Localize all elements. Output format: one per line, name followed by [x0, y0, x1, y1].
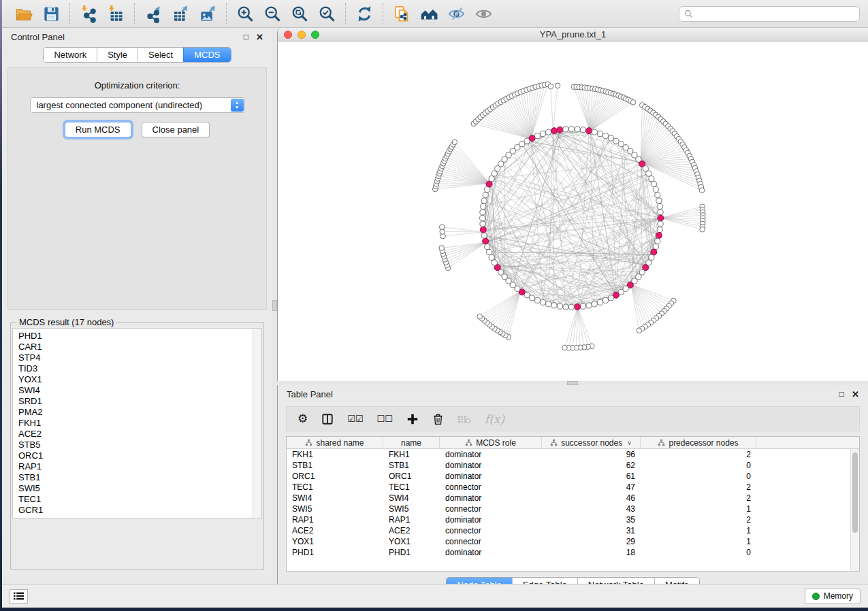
- open-file-button[interactable]: [10, 3, 37, 24]
- table-row[interactable]: STB1STB1dominator620: [287, 460, 859, 471]
- minimize-window-icon[interactable]: [298, 31, 306, 39]
- scrollbar-thumb[interactable]: [852, 452, 858, 533]
- network-window-titlebar[interactable]: YPA_prune.txt_1: [278, 28, 868, 42]
- mcds-result-item[interactable]: ORC1: [18, 450, 256, 461]
- mcds-result-item[interactable]: GCR1: [18, 505, 256, 516]
- mcds-result-list[interactable]: PHD1CAR1STP4TID3YOX1SWI4SRD1PMA2FKH1ACE2…: [12, 328, 262, 518]
- select-all-checkboxes-icon[interactable]: ☑☑: [347, 414, 363, 424]
- mcds-result-item[interactable]: TID3: [18, 363, 256, 374]
- list-icon: [14, 592, 24, 600]
- hide-selected-button[interactable]: [443, 3, 470, 24]
- cell-predecessor-nodes: 2: [641, 450, 756, 459]
- zoom-selected-button[interactable]: [313, 3, 340, 24]
- mcds-result-item[interactable]: SWI5: [18, 483, 256, 494]
- table-row[interactable]: SWI5SWI5connector431: [287, 503, 859, 514]
- table-row[interactable]: ACE2ACE2connector311: [287, 525, 859, 536]
- mcds-result-item[interactable]: CAR1: [18, 342, 256, 352]
- column-view-icon[interactable]: [321, 413, 334, 425]
- tab-style[interactable]: Style: [97, 48, 138, 62]
- function-builder-icon: f(x): [485, 412, 504, 426]
- show-all-button[interactable]: [470, 3, 497, 24]
- add-column-icon[interactable]: [406, 413, 419, 425]
- mcds-result-item[interactable]: STB1: [18, 472, 256, 483]
- mcds-result-item[interactable]: STP4: [18, 352, 256, 363]
- mcds-result-item[interactable]: FKH1: [18, 418, 256, 429]
- cell-shared-name: SWI5: [287, 504, 383, 514]
- network-canvas[interactable]: [278, 42, 868, 381]
- close-window-icon[interactable]: [284, 31, 292, 39]
- task-history-button[interactable]: [10, 589, 28, 604]
- vertical-splitter[interactable]: [272, 28, 277, 584]
- close-panel-icon[interactable]: ✕: [852, 390, 859, 399]
- first-neighbors-button[interactable]: [415, 3, 443, 24]
- delete-columns-icon[interactable]: [432, 413, 444, 425]
- tab-mcds[interactable]: MCDS: [183, 48, 230, 62]
- cell-predecessor-nodes: 2: [641, 515, 756, 525]
- eye-slash-icon: [447, 5, 466, 23]
- export-table-button[interactable]: [167, 3, 194, 24]
- table-row[interactable]: ORC1ORC1dominator610: [287, 471, 859, 482]
- table-row[interactable]: PHD1PHD1dominator180: [287, 547, 859, 558]
- table-row[interactable]: TEC1TEC1connector472: [287, 482, 859, 493]
- mcds-result-item[interactable]: YOX1: [18, 374, 256, 385]
- column-header-predecessor-nodes[interactable]: predecessor nodes: [641, 437, 756, 448]
- mcds-result-item[interactable]: RAP1: [18, 461, 256, 472]
- zoom-in-button[interactable]: [231, 3, 259, 24]
- refresh-view-button[interactable]: [351, 3, 378, 24]
- maximize-window-icon[interactable]: [311, 31, 319, 39]
- table-row[interactable]: SWI4SWI4dominator462: [287, 493, 859, 503]
- toolbar-separator: [69, 3, 70, 24]
- open-folder-icon: [15, 5, 33, 23]
- memory-button[interactable]: Memory: [805, 589, 861, 604]
- export-network-button[interactable]: [140, 3, 167, 24]
- clone-network-button[interactable]: [388, 3, 415, 24]
- table-row[interactable]: YOX1YOX1connector291: [287, 536, 859, 547]
- save-session-button[interactable]: [37, 3, 65, 24]
- mcds-result-item[interactable]: PHD1: [18, 331, 256, 342]
- column-header-MCDS-role[interactable]: MCDS role: [440, 437, 542, 448]
- import-network-button[interactable]: [75, 3, 102, 24]
- zoom-out-button[interactable]: [259, 3, 286, 24]
- mcds-result-item[interactable]: STB5: [18, 440, 256, 450]
- node-table: shared namenameMCDS rolesuccessor nodes∨…: [286, 436, 860, 572]
- float-panel-icon[interactable]: □: [244, 33, 248, 41]
- import-table-button[interactable]: [102, 3, 129, 24]
- mcds-result-item[interactable]: ACE2: [18, 429, 256, 440]
- export-image-button[interactable]: [194, 3, 221, 24]
- table-row[interactable]: RAP1RAP1dominator352: [287, 514, 859, 525]
- delete-table-icon: [457, 414, 471, 425]
- cell-MCDS-role: dominator: [440, 548, 542, 557]
- float-panel-icon[interactable]: □: [839, 390, 844, 398]
- sitemap-icon: [305, 439, 312, 446]
- mcds-result-item[interactable]: PMA2: [18, 407, 256, 418]
- cell-successor-nodes: 29: [542, 537, 641, 546]
- mcds-result-item[interactable]: TEC1: [18, 494, 256, 505]
- column-header-shared-name[interactable]: shared name: [287, 437, 383, 448]
- tab-select[interactable]: Select: [138, 48, 183, 62]
- cell-successor-nodes: 62: [542, 461, 641, 470]
- table-scrollbar[interactable]: [850, 449, 859, 571]
- mcds-result-item[interactable]: SRD1: [18, 396, 256, 407]
- sort-descending-icon[interactable]: ∨: [627, 440, 632, 446]
- cell-predecessor-nodes: 0: [641, 548, 756, 557]
- deselect-all-checkboxes-icon[interactable]: ☐☐: [377, 414, 393, 424]
- column-header-label: name: [401, 438, 421, 448]
- table-row[interactable]: FKH1FKH1dominator962: [287, 449, 859, 460]
- run-mcds-button[interactable]: Run MCDS: [65, 122, 131, 137]
- search-input[interactable]: [696, 9, 854, 18]
- toolbar-separator: [134, 3, 135, 24]
- column-header-name[interactable]: name: [383, 437, 440, 448]
- mcds-result-item[interactable]: SWI4: [18, 385, 256, 396]
- close-panel-icon[interactable]: ✕: [256, 33, 263, 42]
- cell-shared-name: FKH1: [287, 450, 383, 459]
- criterion-select[interactable]: largest connected component (undirected)…: [30, 97, 245, 113]
- column-header-successor-nodes[interactable]: successor nodes∨: [542, 437, 641, 448]
- tab-network[interactable]: Network: [44, 48, 97, 62]
- splitter-grip[interactable]: [272, 300, 277, 311]
- import-network-icon: [80, 5, 98, 23]
- zoom-fit-content-button[interactable]: [286, 3, 313, 24]
- mcds-list-scrollbar[interactable]: [253, 329, 261, 518]
- close-panel-button[interactable]: Close panel: [142, 122, 210, 137]
- main-toolbar: [2, 0, 868, 28]
- settings-gear-icon[interactable]: ⚙: [298, 413, 308, 425]
